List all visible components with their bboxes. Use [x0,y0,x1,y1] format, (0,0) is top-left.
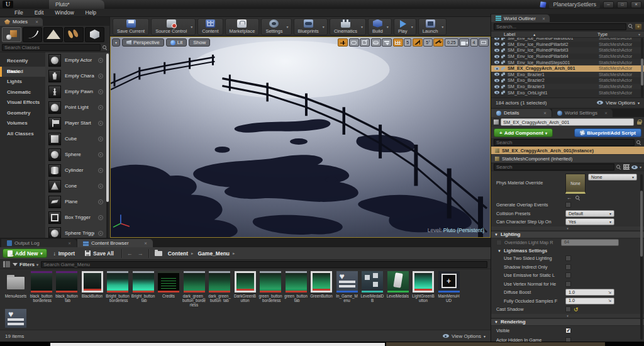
asset-tile[interactable]: BlackButton [80,271,104,307]
outliner-row[interactable]: SM_Exo_Brazier3 StaticMeshActor [491,84,644,90]
rotation-snap-value[interactable]: 5° [423,38,433,47]
placeable-actor[interactable]: Point Light [45,99,109,115]
toolbar-button[interactable]: Launch [418,18,447,35]
toolbar-button[interactable]: Blueprints [294,18,328,35]
toolbar-button[interactable]: Build [368,18,392,35]
placeable-actor[interactable]: Box Trigger [45,209,109,225]
placeable-actor[interactable]: Empty Character [45,68,109,84]
scale-snap-value[interactable]: 0.25 [445,38,458,47]
placement-category[interactable]: Lights [0,77,45,87]
asset-tile[interactable]: In_Game_Menu [335,271,359,307]
placeable-actor[interactable]: Empty Actor [45,52,109,68]
diffuse-boost-field[interactable]: 1.0⇲ [565,289,614,296]
visibility-eye-icon[interactable] [494,49,499,52]
asset-search-input[interactable] [41,261,487,268]
visibility-eye-icon[interactable] [494,55,499,58]
asset-tile[interactable]: green_button_tab [284,271,308,307]
components-search-input[interactable] [494,139,635,146]
drag-handle-icon[interactable] [98,121,103,126]
collision-presets-dropdown[interactable]: Default [565,210,614,217]
visibility-eye-icon[interactable] [494,85,499,88]
drag-handle-icon[interactable] [98,74,103,79]
asset-tile[interactable]: Bright_button_tab [131,271,155,307]
placeable-actor[interactable]: Cube [45,131,109,147]
move-tool-icon[interactable] [338,38,348,47]
scale-snap-icon[interactable] [433,38,443,47]
toolbar-button[interactable]: Content [197,18,223,35]
tab-world-settings[interactable]: World Settings [552,109,613,117]
viewport-options-dropdown[interactable] [112,38,120,47]
drag-handle-icon[interactable] [98,105,103,110]
content-view-options[interactable]: View Options [443,333,486,339]
type-filter-icon[interactable] [638,31,640,37]
use-vertex-normal-checkbox[interactable] [565,281,571,287]
tab-details[interactable]: Details [491,109,552,117]
perspective-button[interactable]: Perspective [122,38,164,47]
show-button[interactable]: Show [189,38,210,47]
drag-handle-icon[interactable] [98,184,103,189]
placeable-actor[interactable]: Plane [45,194,109,209]
component-tree-row[interactable]: StaticMeshComponent (Inherited) [491,155,644,163]
world-local-toggle-icon[interactable] [371,38,381,47]
visibility-eye-icon[interactable] [494,67,499,70]
visibility-eye-icon[interactable] [494,61,499,64]
placement-category[interactable]: Geometry [0,108,45,119]
level-document-tab[interactable]: Pluto* [49,0,104,9]
mode-landscape[interactable] [43,27,63,42]
lock-icon[interactable] [637,120,641,125]
tab-modes[interactable]: Modes [0,18,43,26]
close-icon[interactable] [543,111,547,115]
cast-shadow-checkbox[interactable] [565,306,571,312]
outliner-row[interactable]: SM_Env_Ice_RuinedPillarbit001 StaticMesh… [491,38,644,42]
sources-panel-toggle-icon[interactable] [3,261,10,267]
add-new-button[interactable]: Add New [3,248,47,258]
back-button[interactable] [125,250,135,257]
visibility-eye-icon[interactable] [494,73,499,76]
mode-geometry[interactable] [85,27,104,42]
mode-paint[interactable] [23,27,42,42]
placeable-actor[interactable]: Empty Pawn [45,84,109,99]
details-scrollbar[interactable] [640,174,643,340]
asset-tile[interactable]: DarkGreenButton [233,271,257,307]
placeable-actor[interactable]: Player Start [45,115,109,131]
asset-tile[interactable]: MenuAssets [4,271,28,307]
use-selected-asset-icon[interactable] [567,195,572,201]
expand-caret[interactable] [491,314,644,318]
lit-mode-button[interactable]: Lit [166,38,187,47]
drag-handle-icon[interactable] [98,215,103,220]
reset-to-default-icon[interactable] [574,306,579,313]
asset-tile[interactable]: LevelMedalDB [360,271,384,307]
visibility-eye-icon[interactable] [494,38,499,40]
asset-tile[interactable]: GreenButton [309,271,333,307]
can-character-step-up-on-dropdown[interactable]: Yes [565,218,614,225]
asset-tile[interactable]: LevelMedals [386,271,410,307]
placeable-actor[interactable]: Cylinder [45,162,109,178]
outliner-row[interactable]: SM_Env_Ice_RuinedPillarbit4 StaticMeshAc… [491,53,644,60]
asset-tile[interactable]: dark_green_button_borderless [182,271,206,307]
chevron-down-icon[interactable] [386,25,390,29]
placement-category[interactable]: Visual Effects [0,98,45,108]
chevron-down-icon[interactable] [440,25,445,29]
toolbar-button[interactable]: Settings [261,18,291,35]
placeable-actor[interactable]: Cone [45,178,109,194]
phys-material-dropdown[interactable]: None [588,174,637,181]
menu-item[interactable]: Window [49,9,79,16]
visibility-eye-icon[interactable] [494,91,499,94]
tab-world-outliner[interactable]: World Outliner [491,14,550,22]
tab-content-browser[interactable]: Content Browser [77,239,153,247]
camera-speed-icon[interactable] [459,38,469,47]
breadcrumb-item[interactable]: Game_Menu [196,250,231,257]
placement-category[interactable]: Volumes [0,118,45,129]
toolbar-button[interactable]: Play [394,18,416,35]
drag-handle-icon[interactable] [98,231,103,236]
chevron-down-icon[interactable] [360,25,364,29]
drag-handle-icon[interactable] [98,152,103,157]
section-lighting[interactable]: Lighting [491,231,644,238]
forward-button[interactable] [136,250,145,257]
grid-snap-icon[interactable] [393,38,403,47]
outliner-view-options[interactable]: View Options [597,100,640,106]
placement-category[interactable]: Recently Placed [0,56,45,67]
asset-tile[interactable]: dark_green_button_tab [208,271,231,307]
drag-handle-icon[interactable] [98,199,103,204]
blueprint-add-script-button[interactable]: Blueprint/Add Script [574,128,641,137]
